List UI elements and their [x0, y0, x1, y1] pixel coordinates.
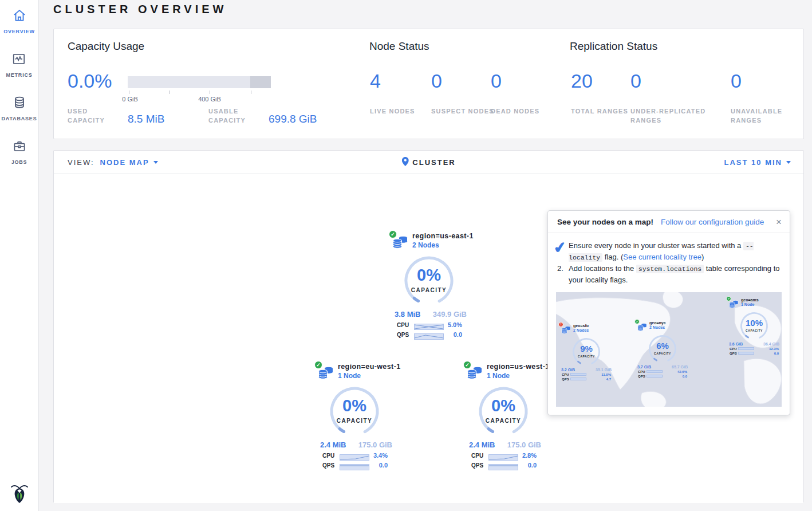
gauge-percent: 0% [401, 266, 456, 285]
capacity-gauge: 6% CAPACITY [647, 333, 678, 364]
node-db-icon: ✓ [637, 323, 647, 333]
capacity-used-percent: 0.0% [68, 71, 112, 91]
configuration-guide-link[interactable]: Follow our configuration guide [661, 218, 764, 226]
node-capacity-range: 2.4 MiB175.0 GiB [464, 441, 542, 449]
capacity-tick-label: 400 GiB [198, 96, 221, 103]
live-nodes-label: LIVE NODES [370, 107, 433, 116]
node-db-icon: ✓ [392, 235, 408, 253]
live-status-icon: ✓ [463, 361, 471, 369]
sidebar-item-label: JOBS [11, 159, 27, 165]
node-db-icon: ✓ [318, 365, 334, 384]
map-node-us-east-1[interactable]: ✓ region=us-east-1 2 Nodes 0% CAPACITY 3… [390, 231, 468, 338]
sidebar-item-metrics[interactable]: METRICS [6, 52, 32, 78]
capacity-tick [129, 91, 129, 94]
sidebar-item-overview[interactable]: OVERVIEW [3, 8, 35, 34]
unavailable-ranges-label: UNAVAILABLE RANGES [731, 107, 794, 125]
under-replicated-value: 0 [630, 71, 641, 91]
node-header: ✓ region=us-east-1 2 Nodes [392, 231, 468, 253]
capacity-tick [251, 91, 251, 94]
used-capacity-value: 8.5 MiB [128, 113, 164, 125]
jobs-icon [12, 139, 27, 156]
live-status-icon: ✓ [389, 230, 397, 238]
node-count-label: 1 Node [487, 372, 550, 380]
chevron-down-icon [153, 161, 158, 164]
minimap-node-ams: ✓ geo=ams 1 Node 10% CAPACITY 3.6 GiB36.… [728, 298, 781, 355]
node-header: ✓ region=eu-west-1 1 Node [318, 362, 393, 384]
capacity-gauge: 0% CAPACITY [327, 384, 382, 439]
node-capacity-range: 3.8 MiB349.9 GiB [390, 310, 468, 319]
home-icon [12, 8, 27, 25]
capacity-tick [210, 91, 210, 94]
capacity-bar-other-segment [250, 76, 271, 88]
popup-title: See your nodes on a map! [557, 218, 653, 226]
popup-step-1: ✔ Ensure every node in your cluster was … [557, 240, 781, 263]
node-region-label: region=us-east-1 [412, 232, 474, 240]
node-count-label: 1 Node [338, 372, 401, 380]
node-cpu-row: CPU 2.8% [464, 452, 542, 459]
system-locations-code: system.locations [636, 265, 704, 273]
under-replicated-label: UNDER-REPLICATED RANGES [630, 107, 728, 125]
unavailable-ranges-value: 0 [731, 71, 742, 91]
gauge-percent: 0% [476, 396, 531, 415]
view-selector-dropdown[interactable]: NODE MAP [100, 158, 158, 167]
suspect-nodes-value: 0 [431, 71, 442, 91]
minimap-node-nyc: ✓ geo=nyc 2 Nodes 6% CAPACITY 3.7 GiB65.… [636, 321, 689, 378]
node-db-icon: ✓ [729, 300, 739, 310]
sidebar-item-label: OVERVIEW [3, 29, 35, 34]
capacity-gauge: 9% CAPACITY [571, 336, 602, 367]
sidebar-item-label: DATABASES [2, 116, 37, 121]
page-title: CLUSTER OVERVIEW [53, 3, 227, 16]
view-label: VIEW: [68, 158, 94, 167]
map-pin-icon [401, 157, 408, 168]
sidebar-item-label: METRICS [6, 72, 32, 78]
popup-header: See your nodes on a map! Follow our conf… [548, 211, 790, 233]
breadcrumb-cluster[interactable]: CLUSTER [412, 158, 455, 167]
map-node-us-west-1[interactable]: ✓ region=us-west-1 1 Node 0% CAPACITY 2.… [464, 362, 542, 469]
suspect-nodes-label: SUSPECT NODES [431, 107, 494, 116]
sidebar-item-databases[interactable]: DATABASES [2, 95, 37, 121]
capacity-tick [169, 91, 170, 94]
capacity-bar [128, 76, 271, 88]
usable-capacity-value: 699.8 GiB [269, 113, 317, 125]
dead-status-icon: ! [558, 322, 563, 327]
locality-tree-link[interactable]: See current locality tree [623, 253, 701, 261]
live-nodes-value: 4 [370, 71, 381, 91]
capacity-tick-label: 0 GiB [122, 96, 138, 103]
cockroachdb-logo [10, 484, 29, 506]
node-region-label: region=us-west-1 [487, 363, 550, 371]
cpu-sparkline [414, 322, 444, 328]
dead-nodes-value: 0 [491, 71, 502, 91]
cpu-sparkline [340, 453, 369, 459]
cluster-summary-panel: Capacity Usage 0.0% 0 GiB 400 GiB USED C… [53, 29, 804, 139]
cpu-sparkline [488, 453, 518, 459]
minimap-node-sfo: ! geo=sfo 2 Nodes 9% CAPACITY 3.2 GiB35.… [560, 324, 613, 381]
node-qps-row: QPS 0.0 [316, 462, 393, 469]
total-ranges-label: TOTAL RANGES [571, 107, 634, 116]
capacity-gauge: 10% CAPACITY [739, 310, 770, 341]
sidebar: OVERVIEW METRICS DATABASES JOBS [0, 0, 39, 511]
node-cpu-row: CPU 3.4% [316, 452, 393, 459]
example-map-image: ! geo=sfo 2 Nodes 9% CAPACITY 3.2 GiB35.… [556, 292, 782, 407]
qps-sparkline [414, 332, 444, 338]
view-bar: VIEW: NODE MAP CLUSTER LAST 10 MIN [54, 151, 803, 174]
usable-capacity-label: USABLE CAPACITY [208, 107, 254, 125]
qps-sparkline [488, 462, 518, 469]
sidebar-item-jobs[interactable]: JOBS [11, 139, 27, 165]
node-qps-row: QPS 0.0 [390, 331, 468, 338]
replication-status-title: Replication Status [570, 40, 657, 53]
map-node-eu-west-1[interactable]: ✓ region=eu-west-1 1 Node 0% CAPACITY 2.… [316, 362, 393, 469]
gauge-percent: 0% [327, 396, 382, 415]
node-region-label: region=eu-west-1 [338, 363, 401, 371]
check-icon: ✔ [552, 235, 567, 260]
time-range-dropdown[interactable]: LAST 10 MIN [724, 158, 791, 167]
node-count-label: 2 Nodes [412, 241, 474, 249]
live-status-icon: ✓ [726, 296, 731, 301]
live-status-icon: ✓ [314, 361, 322, 369]
dead-nodes-label: DEAD NODES [491, 107, 554, 116]
gauge-caption: CAPACITY [401, 287, 456, 293]
node-map-area: ✓ region=us-east-1 2 Nodes 0% CAPACITY 3… [54, 174, 803, 503]
live-status-icon: ✓ [634, 319, 640, 324]
close-icon[interactable]: × [776, 217, 782, 227]
capacity-usage-title: Capacity Usage [68, 40, 144, 53]
node-map-config-popup: See your nodes on a map! Follow our conf… [547, 210, 790, 415]
